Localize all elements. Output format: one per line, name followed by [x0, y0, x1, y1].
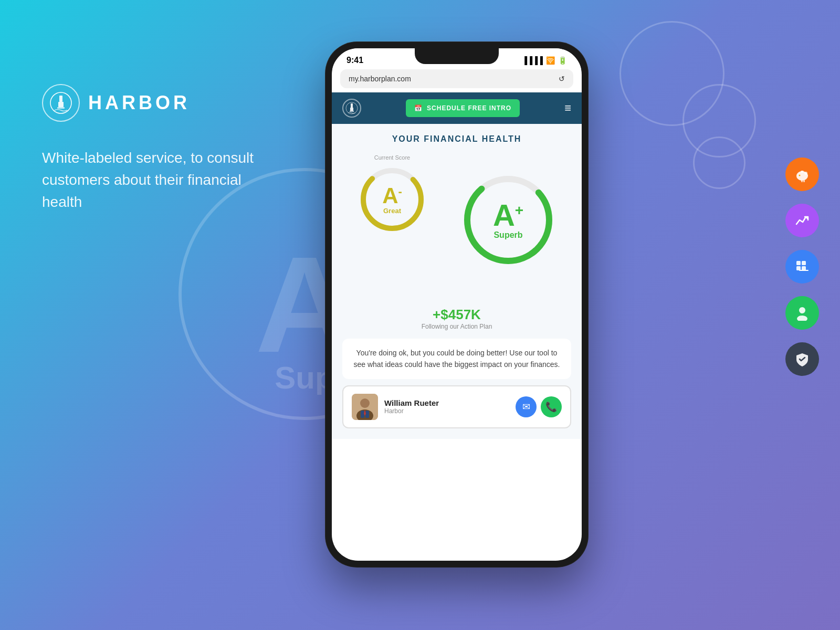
app-header: 📅 SCHEDULE FREE INTRO ≡: [332, 92, 582, 124]
url-bar: my.harborplan.com ↺: [340, 69, 573, 88]
app-lighthouse-icon: [345, 102, 358, 114]
gauge-large: A+ Superb: [458, 170, 558, 270]
phone-outer: 9:41 ▐▐▐▐ 🛜 🔋 my.harborplan.com ↺: [326, 42, 588, 567]
status-time: 9:41: [346, 56, 363, 65]
logo-area: HARBOR: [42, 84, 284, 122]
advisor-photo: [352, 394, 378, 420]
current-score-label: Current Score: [353, 154, 432, 161]
tagline: White-labeled service, to consult custom…: [42, 147, 284, 213]
svg-rect-23: [803, 180, 805, 182]
reload-icon[interactable]: ↺: [559, 75, 565, 83]
description-text: You're doing ok, but you could be doing …: [342, 339, 571, 379]
svg-rect-1: [59, 96, 62, 102]
lighthouse-icon: [49, 91, 72, 114]
side-icons: [785, 158, 819, 376]
scores-area: Current Score A- Great: [342, 154, 571, 301]
schedule-free-intro-button[interactable]: 📅 SCHEDULE FREE INTRO: [406, 99, 520, 117]
gauge-small: A- Great: [355, 163, 429, 236]
svg-rect-16: [365, 411, 369, 418]
small-grade-text: A-: [382, 185, 402, 207]
svg-point-21: [799, 175, 801, 176]
svg-rect-27: [802, 266, 806, 270]
svg-rect-26: [796, 266, 801, 270]
schedule-btn-label: SCHEDULE FREE INTRO: [427, 104, 511, 112]
svg-rect-2: [58, 102, 64, 107]
decorative-circle-2: [682, 84, 756, 158]
left-section: HARBOR White-labeled service, to consult…: [42, 84, 284, 213]
large-grade-inner: A+ Superb: [493, 200, 523, 240]
financial-health-title: YOUR FINANCIAL HEALTH: [342, 134, 571, 144]
advisor-name: William Rueter: [384, 398, 509, 407]
logo-circle: [42, 84, 80, 122]
decorative-circle-1: [620, 21, 724, 126]
current-score-widget: Current Score A- Great: [353, 154, 432, 236]
svg-rect-15: [361, 411, 364, 418]
phone-inner: 9:41 ▐▐▐▐ 🛜 🔋 my.harborplan.com ↺: [332, 48, 582, 561]
advisor-info: William Rueter Harbor: [384, 398, 509, 415]
analytics-icon-btn[interactable]: [785, 204, 819, 237]
battery-icon: 🔋: [558, 56, 567, 65]
svg-rect-6: [350, 108, 353, 111]
phone-notch: [415, 48, 499, 64]
svg-rect-20: [801, 171, 804, 173]
small-grade-inner: A- Great: [382, 185, 402, 215]
large-grade-text: A+: [493, 200, 523, 230]
hamburger-menu-icon[interactable]: ≡: [564, 101, 571, 115]
advisor-avatar: [352, 394, 378, 420]
wifi-icon: 🛜: [546, 56, 555, 65]
app-logo: [342, 99, 361, 118]
email-button[interactable]: ✉: [516, 396, 537, 417]
trending-icon: [794, 213, 810, 228]
svg-rect-5: [351, 103, 353, 108]
decorative-circle-3: [693, 136, 746, 189]
status-icons: ▐▐▐▐ 🛜 🔋: [522, 56, 567, 65]
filter-icon-btn[interactable]: [785, 250, 819, 284]
amount-sub-text: Following our Action Plan: [342, 323, 571, 330]
signal-icon: ▐▐▐▐: [522, 56, 543, 65]
svg-point-30: [797, 316, 807, 321]
advisor-card: William Rueter Harbor ✉ 📞: [342, 385, 571, 428]
grid-filter-icon: [794, 259, 810, 275]
logo-text: HARBOR: [88, 92, 190, 114]
svg-rect-3: [57, 107, 65, 109]
action-buttons: ✉ 📞: [516, 396, 562, 417]
small-grade-label: Great: [382, 207, 402, 215]
svg-rect-7: [350, 111, 354, 112]
svg-point-29: [799, 307, 805, 313]
shield-protection-icon: [794, 351, 810, 367]
shield-icon-btn[interactable]: [785, 342, 819, 376]
call-button[interactable]: 📞: [541, 396, 562, 417]
user-icon: [794, 305, 810, 321]
advisor-company: Harbor: [384, 407, 509, 415]
svg-rect-24: [796, 261, 801, 265]
svg-point-13: [360, 398, 370, 408]
app-content: YOUR FINANCIAL HEALTH Current Score A-: [332, 124, 582, 439]
projected-score-widget: A+ Superb: [456, 170, 561, 270]
svg-rect-22: [801, 180, 803, 182]
url-text: my.harborplan.com: [349, 75, 411, 83]
calendar-icon: 📅: [414, 104, 423, 112]
user-profile-icon-btn[interactable]: [785, 296, 819, 330]
piggy-bank-icon: [794, 166, 810, 182]
svg-rect-25: [802, 261, 806, 265]
svg-point-19: [804, 172, 807, 175]
savings-icon-btn[interactable]: [785, 158, 819, 191]
large-grade-label: Superb: [493, 230, 523, 240]
phone-container: 9:41 ▐▐▐▐ 🛜 🔋 my.harborplan.com ↺: [326, 42, 588, 567]
amount-text: +$457K: [342, 307, 571, 323]
